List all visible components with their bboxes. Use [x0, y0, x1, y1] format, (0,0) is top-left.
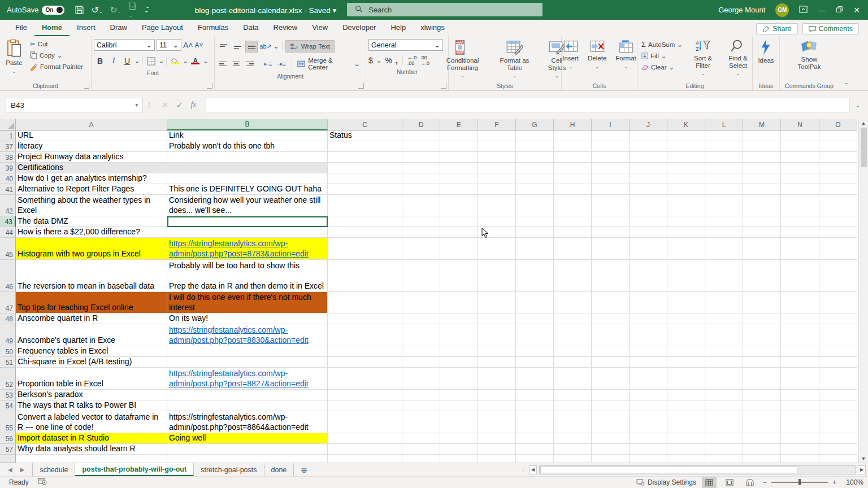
format-cells-button[interactable]: Format⌄ — [612, 38, 639, 72]
cell-C55[interactable] — [328, 411, 402, 433]
cell-M39[interactable] — [743, 163, 781, 173]
cell-E49[interactable] — [440, 324, 478, 346]
cell-C57[interactable] — [328, 444, 402, 455]
cell-J52[interactable] — [630, 368, 667, 390]
cell-J55[interactable] — [630, 411, 667, 433]
cell-F47[interactable] — [478, 292, 516, 313]
cell-J38[interactable] — [630, 152, 667, 163]
page-break-view-button[interactable] — [743, 477, 757, 488]
cell-D49[interactable] — [402, 324, 440, 346]
cell-I57[interactable] — [592, 444, 630, 455]
user-name[interactable]: George Mount — [718, 6, 765, 14]
cell-M54[interactable] — [743, 400, 781, 411]
cell-K43[interactable] — [667, 216, 705, 227]
cell-G45[interactable] — [516, 238, 554, 260]
cell-L46[interactable] — [705, 260, 743, 292]
cut-button[interactable]: ✂Cut — [28, 40, 85, 49]
cell-K41[interactable] — [667, 184, 705, 195]
ribbon-display-options-icon[interactable] — [799, 5, 808, 15]
cell-N-partial[interactable] — [781, 455, 819, 463]
ideas-button[interactable]: Ideas — [758, 38, 774, 64]
cell-D46[interactable] — [402, 260, 440, 292]
cell-O1[interactable] — [819, 130, 857, 141]
sort-filter-button[interactable]: AZ Sort & Filter⌄ — [687, 38, 719, 79]
cell-A54[interactable]: The ways that R talks to Power BI — [16, 400, 167, 411]
cell-N1[interactable] — [781, 130, 819, 141]
cell-D55[interactable] — [402, 411, 440, 433]
cell-F43[interactable] — [478, 216, 516, 227]
increase-font-icon[interactable]: A˄ — [183, 41, 193, 50]
cell-G48[interactable] — [516, 313, 554, 324]
cell-O38[interactable] — [819, 152, 857, 163]
redo-button[interactable]: ↻⌄ — [110, 5, 121, 15]
cell-H48[interactable] — [554, 313, 592, 324]
cell-M51[interactable] — [743, 357, 781, 368]
cell-J56[interactable] — [630, 433, 667, 444]
cell-E52[interactable] — [440, 368, 478, 390]
cell-C-partial[interactable] — [328, 455, 402, 463]
cell-K42[interactable] — [667, 195, 705, 216]
cell-D37[interactable] — [402, 141, 440, 152]
cell-D40[interactable] — [402, 173, 440, 184]
cell-A39[interactable]: Certifications — [16, 163, 167, 173]
cell-D47[interactable] — [402, 292, 440, 313]
display-settings-button[interactable]: Display Settings — [636, 478, 696, 486]
cell-N49[interactable] — [781, 324, 819, 346]
cell-L39[interactable] — [705, 163, 743, 173]
cell-N40[interactable] — [781, 173, 819, 184]
ribbon-tab-file[interactable]: File — [8, 20, 34, 36]
avatar[interactable]: GM — [775, 3, 789, 17]
cell-C1[interactable]: Status — [328, 130, 402, 141]
cell-A51[interactable]: Chi-square in Excel (A/B testing) — [16, 357, 167, 368]
ribbon-tab-home[interactable]: Home — [34, 20, 70, 36]
cell-G53[interactable] — [516, 390, 554, 400]
tabbar-splitter[interactable]: ⋮ — [520, 467, 527, 473]
cell-D45[interactable] — [402, 238, 440, 260]
cell-G42[interactable] — [516, 195, 554, 216]
zoom-out-button[interactable]: − — [763, 478, 767, 486]
cell-M1[interactable] — [743, 130, 781, 141]
cell-E40[interactable] — [440, 173, 478, 184]
cell-L57[interactable] — [705, 444, 743, 455]
cell-G39[interactable] — [516, 163, 554, 173]
cell-F51[interactable] — [478, 357, 516, 368]
cell-L50[interactable] — [705, 346, 743, 357]
cell-N52[interactable] — [781, 368, 819, 390]
cell-F37[interactable] — [478, 141, 516, 152]
cell-A55[interactable]: Convert a labeled vector to dataframe in… — [16, 411, 167, 433]
column-header-N[interactable]: N — [781, 119, 819, 130]
ribbon-tab-formulas[interactable]: Formulas — [190, 20, 236, 36]
cell-B42[interactable]: Considering how well your weather one st… — [167, 195, 328, 216]
row-header-55[interactable]: 55 — [0, 411, 16, 433]
undo-button[interactable]: ↺⌄ — [91, 5, 103, 15]
cell-C40[interactable] — [328, 173, 402, 184]
cell-E42[interactable] — [440, 195, 478, 216]
cell-I48[interactable] — [592, 313, 630, 324]
new-sheet-button[interactable]: ⊕ — [294, 463, 314, 476]
cell-I43[interactable] — [592, 216, 630, 227]
cell-C46[interactable] — [328, 260, 402, 292]
cell-B-partial[interactable] — [167, 455, 328, 463]
cell-O50[interactable] — [819, 346, 857, 357]
cell-N47[interactable] — [781, 292, 819, 313]
decrease-decimal-button[interactable]: .00→.0 — [420, 55, 429, 66]
cell-K56[interactable] — [667, 433, 705, 444]
cell-L41[interactable] — [705, 184, 743, 195]
cell-C41[interactable] — [328, 184, 402, 195]
cell-H1[interactable] — [554, 130, 592, 141]
cell-K47[interactable] — [667, 292, 705, 313]
cell-K40[interactable] — [667, 173, 705, 184]
save-icon[interactable] — [75, 5, 84, 15]
cell-J53[interactable] — [630, 390, 667, 400]
cell-F54[interactable] — [478, 400, 516, 411]
ribbon-tab-review[interactable]: Review — [266, 20, 305, 36]
ribbon-tab-page-layout[interactable]: Page Layout — [134, 20, 190, 36]
cell-I46[interactable] — [592, 260, 630, 292]
row-header-42[interactable]: 42 — [0, 195, 16, 216]
cell-E51[interactable] — [440, 357, 478, 368]
cell-G49[interactable] — [516, 324, 554, 346]
sheet-tab-done[interactable]: done — [264, 463, 294, 476]
ribbon-tab-view[interactable]: View — [305, 20, 335, 36]
cell-C48[interactable] — [328, 313, 402, 324]
cell-H54[interactable] — [554, 400, 592, 411]
